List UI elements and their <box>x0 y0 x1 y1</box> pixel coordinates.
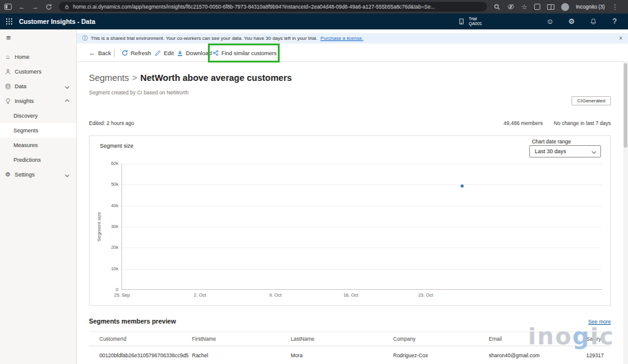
settings-gear-icon[interactable]: ⚙ <box>564 18 579 25</box>
chevron-down-icon <box>65 84 69 88</box>
sidebar-item-label: Segments <box>13 127 39 134</box>
command-bar: ← Back Refresh Edit Download Find simila… <box>77 45 628 61</box>
table-row[interactable]: 00120bfdfab26e3105796706338cc9d5 Rachel … <box>89 346 611 364</box>
find-similar-icon <box>212 50 219 56</box>
x-axis-tick: 16. Oct <box>343 292 358 298</box>
download-button[interactable]: Download <box>177 45 212 61</box>
help-icon[interactable]: ? <box>607 18 622 25</box>
scrollbar[interactable] <box>623 61 628 364</box>
cell-company: Rodriguez-Cox <box>393 352 489 358</box>
sidebar-item-label: Discovery <box>13 113 38 119</box>
lock-icon <box>64 4 69 10</box>
purchase-license-link[interactable]: Purchase a license. <box>321 36 364 41</box>
find-similar-label: Find similar customers <box>221 50 277 56</box>
side-panel-icon[interactable] <box>4 4 12 10</box>
page-title: NetWorth above average customers <box>140 73 292 83</box>
notifications-bell-icon[interactable] <box>586 18 600 25</box>
close-icon[interactable]: × <box>619 36 622 42</box>
sidebar-item-discovery[interactable]: Discovery <box>0 108 76 123</box>
column-header: Email <box>489 336 586 342</box>
gridline <box>122 206 602 207</box>
app-title: Customer Insights - Data <box>19 18 95 25</box>
cell-customer-id: 00120bfdfab26e3105796706338cc9d5 <box>89 352 192 358</box>
sidebar-item-label: Predictions <box>13 157 41 163</box>
feedback-smiley-icon[interactable]: ☺ <box>543 18 557 25</box>
column-header: Salary <box>586 336 611 342</box>
split-screen-icon[interactable] <box>547 4 554 10</box>
y-axis-tick: 60k <box>100 161 118 166</box>
sidebar-item-insights[interactable]: Insights <box>0 94 76 108</box>
database-icon <box>4 83 12 89</box>
home-icon: ⌂ <box>4 54 12 60</box>
environment-picker[interactable]: Trial QA001 <box>458 17 482 27</box>
extension-icon[interactable] <box>534 4 540 10</box>
y-axis-tick: 50k <box>100 181 118 187</box>
back-label: Back <box>98 50 111 56</box>
sidebar-item-label: Customers <box>15 69 42 75</box>
screen: { "colors": {"accent": "#0078d4", "highl… <box>0 0 628 364</box>
info-icon: ⓘ <box>82 36 88 41</box>
edit-button[interactable]: Edit <box>155 45 174 61</box>
cell-salary: 129317 <box>586 352 611 358</box>
column-header: CustomerId <box>89 336 192 342</box>
download-icon <box>177 50 183 56</box>
breadcrumb-segments-link[interactable]: Segments <box>89 73 129 83</box>
x-axis-tick: 25. Sep <box>114 292 130 298</box>
edited-timestamp: Edited: 2 hours ago <box>89 120 134 126</box>
gridline <box>122 269 602 270</box>
sidebar-item-home[interactable]: ⌂ Home <box>0 50 76 64</box>
browser-back-icon[interactable]: ← <box>18 4 25 10</box>
table-header-row: CustomerId FirstName LastName Company Em… <box>89 332 611 346</box>
find-similar-customers-button[interactable]: Find similar customers <box>212 45 277 61</box>
x-axis-tick: 2. Oct <box>194 292 206 298</box>
sidebar-item-data[interactable]: Data <box>0 79 76 94</box>
segment-meta: 49,486 members No change in last 7 days <box>504 120 611 126</box>
person-icon <box>4 69 12 75</box>
y-axis-tick: 30k <box>100 224 118 229</box>
browser-menu-icon[interactable]: ⋮ <box>611 4 618 10</box>
data-point[interactable] <box>461 184 464 188</box>
browser-forward-icon[interactable]: → <box>32 4 39 10</box>
browser-toolbar: ← → home.ci.ai.dynamics.com/app/segments… <box>0 0 628 13</box>
waffle-icon[interactable] <box>6 18 12 25</box>
cell-last-name: Mora <box>291 352 393 358</box>
page-subtitle: Segment created by CI based on NetWorth <box>89 89 188 96</box>
content-blocked-eye-icon[interactable] <box>507 3 515 10</box>
column-header: LastName <box>291 336 393 342</box>
bookmark-star-icon[interactable]: ☆ <box>521 4 527 10</box>
date-range-value: Last 30 days <box>535 148 566 154</box>
url-text[interactable]: home.ci.ai.dynamics.com/app/segments/ins… <box>73 4 435 10</box>
chevron-down-icon <box>592 149 596 153</box>
address-bar[interactable]: home.ci.ai.dynamics.com/app/segments/ins… <box>59 2 487 12</box>
gridline <box>122 164 602 164</box>
edit-pencil-icon <box>155 50 161 56</box>
members-preview-heading: Segments members preview <box>89 317 176 325</box>
gear-icon: ⚙ <box>4 172 12 178</box>
find-in-page-icon[interactable] <box>494 4 500 10</box>
sidebar-item-measures[interactable]: Measures <box>0 138 76 153</box>
sidebar-item-customers[interactable]: Customers <box>0 64 76 79</box>
chevron-up-icon <box>65 99 69 103</box>
app-header: Customer Insights - Data Trial QA001 ☺ ⚙… <box>0 13 628 29</box>
see-more-link[interactable]: See more <box>588 319 611 325</box>
date-range-dropdown[interactable]: Last 30 days <box>529 145 601 157</box>
building-icon <box>458 18 465 25</box>
sidebar-item-label: Data <box>15 83 26 89</box>
x-axis-tick: 9. Oct <box>269 292 281 298</box>
environment-type: Trial <box>469 17 482 22</box>
browser-reload-icon[interactable] <box>45 4 52 10</box>
back-arrow-icon: ← <box>89 50 96 56</box>
sidebar-item-predictions[interactable]: Predictions <box>0 153 76 167</box>
gridline <box>122 248 602 248</box>
chevron-down-icon <box>65 172 69 176</box>
profile-avatar[interactable] <box>561 3 569 11</box>
refresh-button[interactable]: Refresh <box>121 45 151 61</box>
sidebar-item-settings[interactable]: ⚙ Settings <box>0 167 76 182</box>
hamburger-menu-icon[interactable]: ≡ <box>6 34 11 42</box>
cell-email: sharon40@gmail.com <box>489 352 586 358</box>
back-button[interactable]: ← Back <box>89 45 111 61</box>
breadcrumb-separator: > <box>132 73 137 83</box>
sidebar-item-segments[interactable]: Segments <box>0 123 76 138</box>
scrollbar-thumb[interactable] <box>624 63 627 148</box>
gridline <box>122 184 602 185</box>
